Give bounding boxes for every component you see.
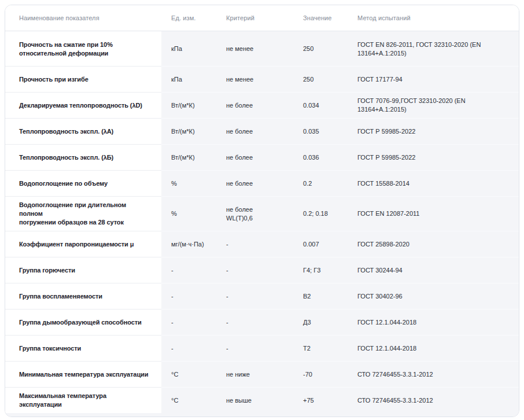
cell-unit: Вт/(м*К) bbox=[161, 92, 216, 118]
cell-name: Теплопроводность экспл. (λБ) bbox=[5, 144, 161, 170]
cell-criterion: не более bbox=[216, 118, 293, 144]
cell-unit: °С bbox=[161, 361, 216, 387]
cell-method: ГОСТ EN 12087-2011 bbox=[348, 196, 519, 231]
table-row: Группа токсичности--Т2ГОСТ 12.1.044-2018 bbox=[5, 335, 519, 361]
cell-value: 0.2 bbox=[293, 170, 348, 196]
cell-name: Группа токсичности bbox=[5, 335, 161, 361]
cell-unit: % bbox=[161, 196, 216, 231]
table-row: Группа воспламеняемости--В2ГОСТ 30402-96 bbox=[5, 283, 519, 309]
cell-criterion: не ниже bbox=[216, 361, 293, 387]
column-header-criterion: Критерий bbox=[216, 5, 293, 31]
cell-value: Г4; Г3 bbox=[293, 257, 348, 283]
cell-criterion: не более bbox=[216, 170, 293, 196]
cell-unit: Вт/(м*К) bbox=[161, 118, 216, 144]
cell-criterion: - bbox=[216, 335, 293, 361]
cell-method: ГОСТ 25898-2020 bbox=[348, 231, 519, 257]
cell-criterion: не выше bbox=[216, 387, 293, 413]
table-body: Прочность на сжатие при 10% относительно… bbox=[5, 31, 519, 417]
cell-value: 250 bbox=[293, 31, 348, 66]
cell-criterion: - bbox=[216, 231, 293, 257]
cell-method: ГОСТ EN 826-2011, ГОСТ 32310-2020 (EN 13… bbox=[348, 31, 519, 66]
cell-name: Группа горючести bbox=[5, 257, 161, 283]
table-header-row: Наименование показателя Ед. изм. Критери… bbox=[5, 5, 519, 31]
cell-value: -70 bbox=[293, 361, 348, 387]
cell-name: Прочность при изгибе bbox=[5, 66, 161, 92]
table-row: Группа горючести--Г4; Г3ГОСТ 30244-94 bbox=[5, 257, 519, 283]
cell-method: СТО 72746455-3.3.1-2012 bbox=[348, 361, 519, 387]
column-header-unit: Ед. изм. bbox=[161, 5, 216, 31]
cell-value: 0.2; 0.18 bbox=[293, 196, 348, 231]
table-row: Теплопроводность экспл. (λА)Вт/(м*К)не б… bbox=[5, 118, 519, 144]
cell-value: 0.036 bbox=[293, 144, 348, 170]
cell-criterion: - bbox=[216, 283, 293, 309]
cell-name: Прочность на сжатие при 10% относительно… bbox=[5, 31, 161, 66]
cell-criterion: не менее bbox=[216, 31, 293, 66]
cell-method: ГОСТ 12.1.044-2018 bbox=[348, 309, 519, 335]
cell-method: ГОСТ 30402-96 bbox=[348, 283, 519, 309]
cell-value: 0.007 bbox=[293, 231, 348, 257]
cell-method: ГОСТ 12.1.044-2018 bbox=[348, 335, 519, 361]
cell-unit: кПа bbox=[161, 31, 216, 66]
cell-value: 0.035 bbox=[293, 118, 348, 144]
cell-unit: Вт/(м*К) bbox=[161, 144, 216, 170]
cell-name: Максимальная температура эксплуатации bbox=[5, 387, 161, 413]
cell-criterion: - bbox=[216, 257, 293, 283]
table-row: Водопоглощение при длительном полном пог… bbox=[5, 196, 519, 231]
table-row: Декларируемая теплопроводность (λD)Вт/(м… bbox=[5, 92, 519, 118]
column-header-name: Наименование показателя bbox=[5, 5, 161, 31]
cell-unit: кПа bbox=[161, 66, 216, 92]
cell-unit: - bbox=[161, 309, 216, 335]
spec-table: Наименование показателя Ед. изм. Критери… bbox=[5, 5, 519, 417]
cell-value: Т2 bbox=[293, 335, 348, 361]
cell-value: В2 bbox=[293, 283, 348, 309]
table-row: Коэффициент паропроницаемости μмг/(м·ч·П… bbox=[5, 231, 519, 257]
table-row: Прочность при изгибекПане менее250ГОСТ 1… bbox=[5, 66, 519, 92]
cell-method: СТО 72746455-3.3.1-2012 bbox=[348, 387, 519, 413]
cell-method: ГОСТ 7076-99,ГОСТ 32310-2020 (EN 13164+A… bbox=[348, 92, 519, 118]
cell-unit: % bbox=[161, 170, 216, 196]
table-row: Водопоглощение по объему%не более0.2ГОСТ… bbox=[5, 170, 519, 196]
cell-value: 250 bbox=[293, 66, 348, 92]
table-row: Максимальная температура эксплуатации°Сн… bbox=[5, 387, 519, 413]
cell-value: Д3 bbox=[293, 309, 348, 335]
cell-unit: - bbox=[161, 283, 216, 309]
table-row: Прочность на сжатие при 10% относительно… bbox=[5, 31, 519, 66]
cell-method: ГОСТ Р 59985-2022 bbox=[348, 118, 519, 144]
column-header-method: Метод испытаний bbox=[348, 5, 519, 31]
cell-criterion: не более bbox=[216, 92, 293, 118]
cell-unit: - bbox=[161, 257, 216, 283]
table-row: Теплопроводность экспл. (λБ)Вт/(м*К)не б… bbox=[5, 144, 519, 170]
cell-criterion: не более bbox=[216, 144, 293, 170]
table-row: Минимальная температура эксплуатации°Сне… bbox=[5, 361, 519, 387]
cell-name: Водопоглощение при длительном полном пог… bbox=[5, 196, 161, 231]
cell-method: ГОСТ 15588-2014 bbox=[348, 170, 519, 196]
cell-name: Декларируемая теплопроводность (λD) bbox=[5, 92, 161, 118]
cell-value: 0.034 bbox=[293, 92, 348, 118]
cell-criterion: - bbox=[216, 309, 293, 335]
cell-method: ГОСТ Р 59985-2022 bbox=[348, 144, 519, 170]
cell-name: Группа дымообразующей способности bbox=[5, 309, 161, 335]
cell-name: Коэффициент паропроницаемости μ bbox=[5, 231, 161, 257]
cell-name: Минимальная температура эксплуатации bbox=[5, 361, 161, 387]
table-row: Группа дымообразующей способности--Д3ГОС… bbox=[5, 309, 519, 335]
cell-unit: - bbox=[161, 335, 216, 361]
cell-criterion: не менее bbox=[216, 66, 293, 92]
column-header-value: Значение bbox=[293, 5, 348, 31]
cell-criterion: не более WL(T)0,6 bbox=[216, 196, 293, 231]
cell-unit: °С bbox=[161, 387, 216, 413]
cell-name: Теплопроводность экспл. (λА) bbox=[5, 118, 161, 144]
cell-name: Группа воспламеняемости bbox=[5, 283, 161, 309]
cell-name: Водопоглощение по объему bbox=[5, 170, 161, 196]
cell-method: ГОСТ 30244-94 bbox=[348, 257, 519, 283]
cell-method: ГОСТ 17177-94 bbox=[348, 66, 519, 92]
cell-value: +75 bbox=[293, 387, 348, 413]
cell-unit: мг/(м·ч·Па) bbox=[161, 231, 216, 257]
